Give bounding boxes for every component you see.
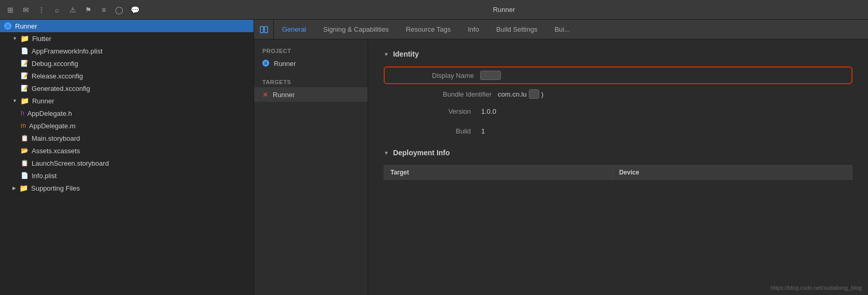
sidebar-item-main-storyboard[interactable]: 📋 Main.storyboard: [0, 132, 254, 144]
toolbar-title: Runner: [493, 6, 515, 14]
tab-signing[interactable]: Signing & Capabilities: [315, 20, 397, 39]
sidebar-item-flutter-folder[interactable]: ▼ 📁 Flutter: [0, 32, 254, 45]
device-column-header: Device: [612, 166, 852, 180]
sidebar-item-supporting-files[interactable]: ▶ 📁 Supporting Files: [0, 182, 254, 194]
toolbar-bubble-icon[interactable]: ◯: [113, 4, 125, 16]
config-file-icon-2: 📝: [21, 72, 29, 79]
sidebar-item-info-plist[interactable]: 📄 Info.plist: [0, 169, 254, 182]
split-pane: PROJECT 🅐 Runner TARGETS ✕ Runner ▼ Iden…: [254, 39, 868, 295]
deployment-section: ▼ Deployment Info Target Device: [384, 149, 852, 180]
project-section-header: PROJECT: [254, 46, 368, 56]
toolbar-grid-icon[interactable]: ⊞: [4, 4, 17, 16]
version-value: 1.0.0: [477, 106, 500, 117]
toolbar-envelope-icon[interactable]: ✉: [20, 4, 32, 16]
project-navigator: PROJECT 🅐 Runner TARGETS ✕ Runner: [254, 39, 368, 295]
deployment-section-title: Deployment Info: [393, 149, 450, 157]
build-value: 1: [477, 126, 489, 137]
svg-rect-1: [264, 26, 268, 33]
tab-info[interactable]: Info: [459, 20, 488, 39]
sidebar-item-generated-xcconfig[interactable]: 📝 Generated.xcconfig: [0, 82, 254, 95]
target-column-header: Target: [384, 166, 613, 180]
assets-folder-icon: 📂: [21, 147, 29, 154]
build-label: Build: [384, 127, 477, 135]
plist-file-icon-2: 📄: [21, 172, 29, 179]
toolbar-search-icon[interactable]: ⌕: [51, 4, 63, 16]
tab-bar: General Signing & Capabilities Resource …: [254, 20, 868, 39]
sidebar-toggle-icon[interactable]: [254, 20, 274, 39]
target-runner-icon: ✕: [262, 90, 269, 99]
bundle-identifier-row: Bundle Identifier com.cn.lu ): [384, 89, 852, 99]
sidebar-item-runner-root[interactable]: 🅐 Runner: [0, 20, 254, 32]
tab-resource-tags[interactable]: Resource Tags: [398, 20, 459, 39]
chevron-right-icon: ▶: [12, 185, 16, 191]
version-field: Version 1.0.0: [384, 104, 852, 118]
toolbar: ⊞ ✉ ⋮ ⌕ ⚠ ⚑ ≡ ◯ 💬 Runner: [0, 0, 868, 20]
svg-rect-0: [260, 26, 263, 33]
build-field: Build 1: [384, 124, 852, 138]
content-area: General Signing & Capabilities Resource …: [254, 20, 868, 295]
sidebar-item-release-xcconfig[interactable]: 📝 Release.xcconfig: [0, 70, 254, 82]
bundle-identifier-value: com.cn.lu: [498, 90, 527, 98]
folder-yellow-icon: 📁: [20, 34, 29, 43]
sidebar-item-assets-xcassets[interactable]: 📂 Assets.xcassets: [0, 144, 254, 157]
chevron-down-icon: ▼: [12, 36, 17, 41]
sidebar-item-appdelegate-m[interactable]: m AppDelegate.m: [0, 119, 254, 132]
identity-section-title: Identity: [393, 50, 419, 58]
chevron-down-icon-runner: ▼: [12, 98, 17, 103]
runner-project-icon: 🅐: [4, 22, 12, 31]
sidebar-item-launchscreen-storyboard[interactable]: 📋 LaunchScreen.storyboard: [0, 157, 254, 169]
bundle-identifier-suffix: ): [541, 90, 543, 98]
toolbar-flag-icon[interactable]: ⚑: [82, 4, 94, 16]
identity-section-header: ▼ Identity: [384, 50, 852, 58]
nav-item-project-runner[interactable]: 🅐 Runner: [254, 56, 368, 71]
editor-content: ▼ Identity Display Name Bundle Identifie…: [368, 39, 868, 295]
supporting-files-icon: 📁: [19, 184, 28, 192]
plist-file-icon: 📄: [21, 47, 29, 55]
h-file-icon: h: [21, 110, 24, 117]
watermark: https://blog.csdn.net/xudailong_blog: [771, 285, 862, 291]
nav-item-target-runner[interactable]: ✕ Runner: [254, 87, 368, 102]
deployment-triangle-icon: ▼: [384, 150, 389, 156]
config-file-icon: 📝: [21, 60, 29, 67]
identity-triangle-icon: ▼: [384, 51, 389, 57]
tab-general[interactable]: General: [274, 20, 315, 39]
version-label: Version: [384, 108, 477, 115]
tab-build-phases[interactable]: Bui...: [546, 20, 579, 39]
config-file-icon-3: 📝: [21, 85, 29, 92]
display-name-input[interactable]: [480, 71, 501, 80]
sidebar-item-appdelegate-h[interactable]: h AppDelegate.h: [0, 107, 254, 119]
sidebar-item-appframeworkinfo[interactable]: 📄 AppFrameworkInfo.plist: [0, 45, 254, 57]
toolbar-hierarchy-icon[interactable]: ⋮: [35, 4, 48, 16]
main-layout: 🅐 Runner ▼ 📁 Flutter 📄 AppFrameworkInfo.…: [0, 20, 868, 295]
display-name-label: Display Name: [391, 72, 474, 79]
toolbar-lines-icon[interactable]: ≡: [97, 4, 110, 16]
sidebar-runner-label: Runner: [15, 22, 37, 30]
tab-build-settings[interactable]: Build Settings: [488, 20, 547, 39]
deployment-table: Target Device: [384, 165, 852, 180]
storyboard-file-icon: 📋: [21, 135, 29, 142]
display-name-container: Display Name: [384, 66, 852, 84]
deployment-section-header: ▼ Deployment Info: [384, 149, 852, 157]
file-navigator: 🅐 Runner ▼ 📁 Flutter 📄 AppFrameworkInfo.…: [0, 20, 254, 295]
folder-yellow-icon-2: 📁: [20, 97, 29, 105]
toolbar-chat-icon[interactable]: 💬: [129, 4, 141, 16]
storyboard-file-icon-2: 📋: [21, 159, 29, 167]
toolbar-warning-icon[interactable]: ⚠: [66, 4, 79, 16]
targets-section-header: TARGETS: [254, 77, 368, 87]
sidebar-item-debug-xcconfig[interactable]: 📝 Debug.xcconfig: [0, 57, 254, 70]
sidebar-item-runner-folder[interactable]: ▼ 📁 Runner: [0, 95, 254, 107]
project-runner-icon: 🅐: [262, 59, 270, 68]
bundle-identifier-extra-input[interactable]: [529, 89, 539, 99]
bundle-identifier-label: Bundle Identifier: [384, 90, 498, 98]
m-file-icon: m: [21, 122, 26, 129]
